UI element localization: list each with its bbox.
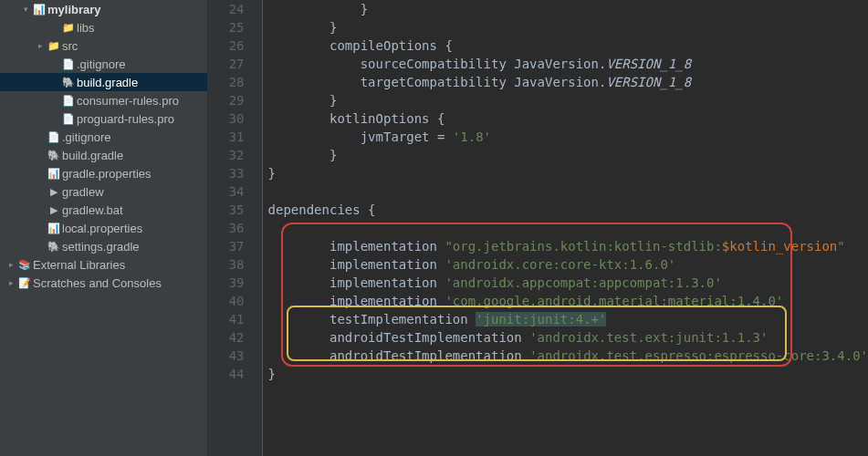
code-editor[interactable]: 2425262728293031323334353637383940414243…	[208, 0, 868, 456]
code-line[interactable]: implementation "org.jetbrains.kotlin:kot…	[268, 237, 868, 255]
tree-file-gradlewbat[interactable]: ▶ gradlew.bat	[0, 201, 207, 219]
gradle-icon: 🐘	[60, 77, 77, 88]
props-icon: 📊	[46, 223, 62, 234]
tree-file-settingsgradle[interactable]: 🐘 settings.gradle	[0, 237, 207, 255]
line-gutter: 2425262728293031323334353637383940414243…	[208, 0, 252, 456]
code-line[interactable]: }	[268, 0, 868, 18]
line-number: 36	[208, 219, 245, 237]
code-line[interactable]: }	[268, 146, 868, 164]
code-line[interactable]	[268, 219, 868, 237]
line-number: 30	[208, 109, 245, 128]
line-number: 28	[208, 73, 245, 91]
tree-label: libs	[77, 21, 207, 35]
code-line[interactable]: androidTestImplementation 'androidx.test…	[268, 347, 868, 365]
line-number: 38	[208, 255, 245, 274]
library-icon: 📚	[16, 259, 33, 271]
tree-label: mylibrary	[47, 3, 207, 16]
code-line[interactable]: implementation 'androidx.core:core-ktx:1…	[268, 255, 868, 274]
file-icon: 📄	[60, 113, 77, 125]
line-number: 26	[208, 36, 245, 55]
tree-label: build.gradle	[77, 76, 207, 89]
line-number: 37	[208, 237, 245, 255]
gradle-icon: 🐘	[46, 241, 62, 253]
code-line[interactable]: }	[268, 164, 868, 182]
tree-label: gradlew	[62, 185, 207, 199]
line-number: 41	[208, 310, 245, 328]
fold-gutter	[252, 0, 263, 456]
code-line[interactable]: compileOptions {	[268, 36, 868, 55]
tree-file-gitignore-root[interactable]: 📄 .gitignore	[0, 128, 207, 146]
code-line[interactable]: dependencies {	[268, 201, 868, 219]
file-icon: 📄	[46, 131, 62, 143]
folder-icon: 📁	[46, 40, 62, 52]
code-line[interactable]: jvmTarget = '1.8'	[268, 128, 868, 146]
tree-label: local.properties	[62, 222, 207, 235]
line-number: 24	[208, 0, 245, 18]
script-icon: ▶	[46, 186, 62, 198]
tree-file-gitignore[interactable]: 📄 .gitignore	[0, 55, 207, 73]
project-tree[interactable]: ▾ 📊 mylibrary 📁 libs ▸ 📁 src 📄 .gitignor…	[0, 0, 208, 456]
line-number: 39	[208, 274, 245, 292]
tree-file-proguard-rules[interactable]: 📄 proguard-rules.pro	[0, 109, 207, 128]
code-line[interactable]: }	[268, 91, 868, 109]
script-icon: ▶	[46, 204, 62, 216]
chevron-right-icon: ▸	[35, 41, 46, 50]
code-line[interactable]: implementation 'com.google.android.mater…	[268, 292, 868, 310]
line-number: 32	[208, 146, 245, 164]
tree-label: consumer-rules.pro	[77, 94, 207, 108]
line-number: 29	[208, 91, 245, 109]
line-number: 44	[208, 365, 245, 383]
line-number: 42	[208, 328, 245, 347]
code-line[interactable]	[268, 182, 868, 201]
tree-label: External Libraries	[33, 258, 207, 272]
code-area[interactable]: } } compileOptions { sourceCompatibility…	[263, 0, 868, 456]
tree-label: proguard-rules.pro	[77, 112, 207, 126]
line-number: 43	[208, 347, 245, 365]
tree-label: .gitignore	[77, 57, 207, 71]
tree-external-libraries[interactable]: ▸ 📚 External Libraries	[0, 255, 207, 274]
tree-label: gradle.properties	[62, 167, 207, 181]
line-number: 34	[208, 182, 245, 201]
code-line[interactable]: androidTestImplementation 'androidx.test…	[268, 328, 868, 347]
line-number: 31	[208, 128, 245, 146]
tree-file-gradlew[interactable]: ▶ gradlew	[0, 182, 207, 201]
code-line[interactable]: implementation 'androidx.appcompat:appco…	[268, 274, 868, 292]
line-number: 35	[208, 201, 245, 219]
code-line[interactable]: kotlinOptions {	[268, 109, 868, 128]
line-number: 33	[208, 164, 245, 182]
tree-label: build.gradle	[62, 149, 207, 162]
tree-file-gradleproperties[interactable]: 📊 gradle.properties	[0, 164, 207, 182]
code-line[interactable]: testImplementation 'junit:junit:4.+'	[268, 310, 868, 328]
chevron-right-icon: ▸	[5, 278, 16, 287]
tree-scratches[interactable]: ▸ 📝 Scratches and Consoles	[0, 274, 207, 292]
file-icon: 📄	[60, 58, 77, 70]
line-number: 25	[208, 18, 245, 36]
code-line[interactable]: sourceCompatibility JavaVersion.VERSION_…	[268, 55, 868, 73]
tree-file-buildgradle[interactable]: 🐘 build.gradle	[0, 73, 207, 91]
file-icon: 📄	[60, 95, 77, 107]
tree-label: settings.gradle	[62, 240, 207, 254]
tree-label: .gitignore	[62, 130, 207, 144]
tree-label: Scratches and Consoles	[33, 276, 207, 290]
tree-label: gradlew.bat	[62, 203, 207, 217]
scratches-icon: 📝	[16, 277, 33, 289]
chevron-right-icon: ▸	[5, 260, 16, 269]
module-icon: 📊	[31, 4, 47, 16]
tree-label: src	[62, 39, 207, 53]
line-number: 40	[208, 292, 245, 310]
tree-file-localproperties[interactable]: 📊 local.properties	[0, 219, 207, 237]
code-line[interactable]: targetCompatibility JavaVersion.VERSION_…	[268, 73, 868, 91]
code-line[interactable]: }	[268, 365, 868, 383]
tree-file-consumer-rules[interactable]: 📄 consumer-rules.pro	[0, 91, 207, 109]
gradle-icon: 🐘	[46, 150, 62, 161]
tree-folder-mylibrary[interactable]: ▾ 📊 mylibrary	[0, 0, 207, 18]
tree-file-buildgradle-root[interactable]: 🐘 build.gradle	[0, 146, 207, 164]
line-number: 27	[208, 55, 245, 73]
code-line[interactable]: }	[268, 18, 868, 36]
folder-icon: 📁	[60, 22, 77, 34]
chevron-down-icon: ▾	[20, 5, 31, 14]
props-icon: 📊	[46, 168, 62, 180]
tree-folder-src[interactable]: ▸ 📁 src	[0, 36, 207, 55]
tree-folder-libs[interactable]: 📁 libs	[0, 18, 207, 36]
